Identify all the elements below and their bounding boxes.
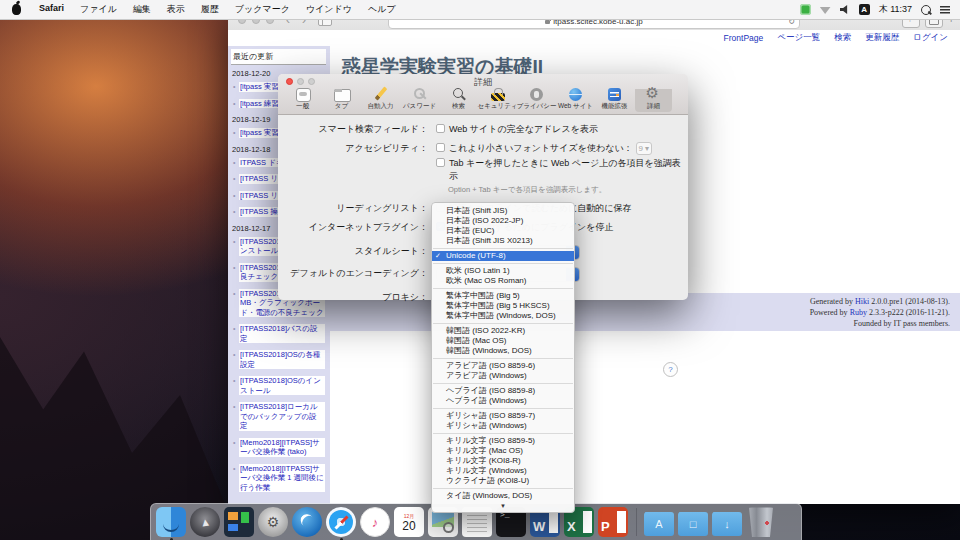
encoding-menu-item[interactable]: 欧米 (Mac OS Roman): [432, 276, 574, 286]
dock-item[interactable]: ⚙: [258, 505, 288, 539]
menu-bar-items: Safariファイル編集表示履歴ブックマークウインドウヘルプ: [31, 3, 404, 16]
encoding-menu-item[interactable]: ✓Unicode (UTF-8): [432, 251, 574, 261]
encoding-menu-item[interactable]: アラビア語 (Windows): [432, 371, 574, 381]
encoding-menu-item[interactable]: ヘブライ語 (ISO 8859-8): [432, 386, 574, 396]
encoding-menu-item[interactable]: 欧米 (ISO Latin 1): [432, 266, 574, 276]
wiki-nav-link[interactable]: FrontPage: [724, 33, 764, 43]
dock-item[interactable]: [292, 505, 322, 539]
menu-bar-item[interactable]: 履歴: [193, 3, 227, 16]
encoding-menu-item[interactable]: 繁体字中国語 (Windows, DOS): [432, 311, 574, 321]
encoding-menu-item[interactable]: ウクライナ語 (KOI8-U): [432, 476, 574, 486]
menu-bar-item[interactable]: ファイル: [72, 3, 125, 16]
dock-item[interactable]: ▲: [190, 505, 220, 539]
encoding-menu-item[interactable]: 日本語 (EUC): [432, 226, 574, 236]
menu-bar-clock[interactable]: 木 11:37: [879, 3, 912, 16]
prefs-tab[interactable]: 機能拡張: [596, 86, 633, 112]
dock-item[interactable]: ↓: [712, 505, 742, 539]
wiki-nav-link[interactable]: 更新履歴: [865, 32, 899, 44]
sidebar-item[interactable]: [Memo2018][ITPASS]サーバ交換作業 1 週間後に行う作業: [239, 464, 325, 493]
hiki-link[interactable]: Hiki: [855, 297, 869, 306]
encoding-menu-item[interactable]: ギリシャ語 (ISO 8859-7): [432, 411, 574, 421]
encoding-menu-item-label: アラビア語 (Windows): [446, 371, 527, 380]
tab-highlight-text: Tab キーを押したときに Web ページ上の各項目を強調表示: [449, 157, 688, 183]
wiki-nav-link[interactable]: ページ一覧: [777, 32, 820, 44]
encoding-menu-item[interactable]: [433, 263, 573, 264]
tab-highlight-checkbox[interactable]: [436, 158, 445, 167]
encoding-menu-item[interactable]: [433, 383, 573, 384]
encoding-menu-item[interactable]: 韓国語 (Windows, DOS): [432, 346, 574, 356]
smart-search-checkbox[interactable]: [436, 124, 445, 133]
menu-scroll-down-icon[interactable]: ▼: [432, 501, 574, 509]
encoding-menu-item[interactable]: [433, 433, 573, 434]
notification-center-icon[interactable]: [940, 6, 950, 14]
encoding-menu-item[interactable]: 韓国語 (Mac OS): [432, 336, 574, 346]
menu-bar-item[interactable]: ブックマーク: [227, 3, 298, 16]
dock-item[interactable]: [746, 505, 776, 539]
encoding-menu-item[interactable]: 繁体字中国語 (Big 5 HKSCS): [432, 301, 574, 311]
dock-item[interactable]: [156, 505, 186, 539]
prefs-tab[interactable]: Web サイト: [557, 86, 594, 112]
menu-bar-item[interactable]: ウインドウ: [298, 3, 360, 16]
encoding-menu-item[interactable]: ヘブライ語 (Windows): [432, 396, 574, 406]
sidebar-item[interactable]: [ITPASS2018]ローカルでのバックアップの設定: [239, 402, 325, 431]
encoding-menu-item[interactable]: キリル文字 (Windows): [432, 466, 574, 476]
encoding-menu-item[interactable]: [433, 248, 573, 249]
prefs-tab[interactable]: 検索: [440, 86, 477, 112]
prefs-tab[interactable]: 一般: [284, 86, 321, 112]
encoding-menu-item[interactable]: ギリシャ語 (Windows): [432, 421, 574, 431]
dock-item[interactable]: 2012月: [394, 505, 424, 539]
prefs-tab[interactable]: プライバシー: [518, 86, 555, 112]
dock-item[interactable]: [224, 505, 254, 539]
encoding-menu-item[interactable]: タイ語 (Windows, DOS): [432, 491, 574, 501]
min-font-checkbox[interactable]: [436, 143, 445, 152]
encoding-menu-item[interactable]: 日本語 (Shift JIS): [432, 206, 574, 216]
menu-bar-item[interactable]: Safari: [31, 3, 72, 16]
encoding-menu-item[interactable]: 韓国語 (ISO 2022-KR): [432, 326, 574, 336]
encoding-menu-item[interactable]: 日本語 (Shift JIS X0213): [432, 236, 574, 246]
apple-menu-icon[interactable]: [12, 4, 21, 15]
prefs-tab-icon: [644, 87, 664, 102]
prefs-tab[interactable]: 自動入力: [362, 86, 399, 112]
help-button[interactable]: ?: [663, 362, 678, 377]
prefs-tab[interactable]: 詳細: [635, 86, 672, 112]
status-menus: A 木 11:37: [800, 3, 960, 16]
status-app-icon[interactable]: [800, 4, 811, 15]
wifi-icon[interactable]: [820, 5, 831, 14]
sidebar-item[interactable]: [ITPASS2018]OSの各種設定: [239, 350, 325, 369]
volume-icon[interactable]: [840, 5, 850, 14]
spotlight-icon[interactable]: [921, 5, 931, 15]
menu-bar-item[interactable]: ヘルプ: [360, 3, 404, 16]
wiki-nav-link[interactable]: ログイン: [913, 32, 948, 44]
encoding-menu-item[interactable]: キリル文字 (KOI8-R): [432, 456, 574, 466]
menu-bar-item[interactable]: 編集: [125, 3, 159, 16]
encoding-menu-item[interactable]: 日本語 (ISO 2022-JP): [432, 216, 574, 226]
encoding-menu-item[interactable]: [433, 358, 573, 359]
input-source-icon[interactable]: A: [859, 4, 870, 15]
dock-item[interactable]: P: [598, 505, 628, 539]
dock-item[interactable]: [326, 505, 356, 539]
dock-item[interactable]: A: [644, 505, 674, 539]
sidebar-item[interactable]: [ITPASS2018]バスの設定: [239, 324, 325, 343]
encoding-menu-item[interactable]: [433, 408, 573, 409]
ruby-link[interactable]: Ruby: [850, 308, 867, 317]
prefs-tab[interactable]: タブ: [323, 86, 360, 112]
sidebar-item[interactable]: [ITPASS2018]OSのインストール: [239, 376, 325, 395]
encoding-menu-item[interactable]: アラビア語 (ISO 8859-6): [432, 361, 574, 371]
encoding-menu-item[interactable]: [433, 323, 573, 324]
encoding-menu-item[interactable]: [433, 288, 573, 289]
encoding-menu-item[interactable]: キリル文字 (ISO 8859-5): [432, 436, 574, 446]
wiki-nav-link[interactable]: 検索: [834, 32, 851, 44]
menu-bar-item[interactable]: 表示: [159, 3, 193, 16]
prefs-tab-icon: [527, 87, 547, 102]
encoding-menu-item[interactable]: [433, 488, 573, 489]
encoding-menu-item[interactable]: 繁体字中国語 (Big 5): [432, 291, 574, 301]
prefs-tab[interactable]: パスワード: [401, 86, 438, 112]
dock-item[interactable]: □: [678, 505, 708, 539]
encoding-menu-item[interactable]: キリル文字 (Mac OS): [432, 446, 574, 456]
font-size-select[interactable]: 9▾: [636, 142, 652, 155]
smart-search-text: Web サイトの完全なアドレスを表示: [449, 123, 598, 136]
dock-item[interactable]: ♪: [360, 505, 390, 539]
sidebar-item[interactable]: [Memo2018][ITPASS]サーバ交換作業 (tako): [239, 438, 325, 457]
dock-item[interactable]: [632, 505, 640, 539]
prefs-tab[interactable]: セキュリティ: [479, 86, 516, 112]
